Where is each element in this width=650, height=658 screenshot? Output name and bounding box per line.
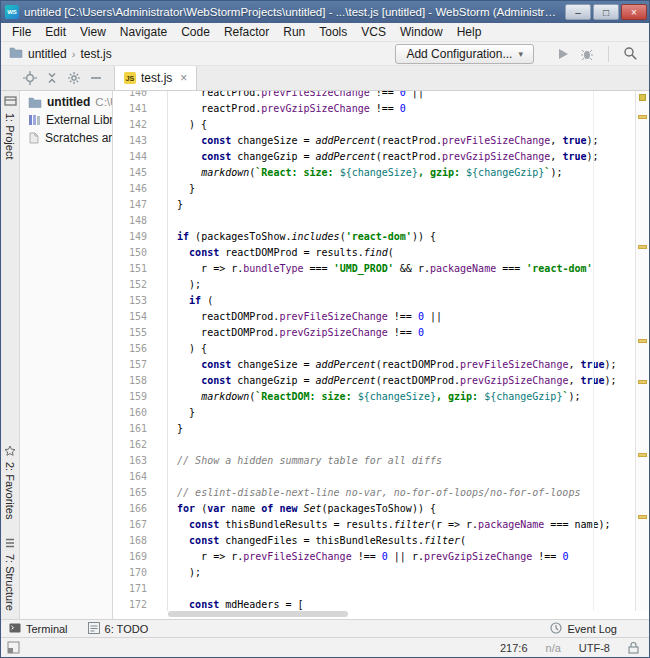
line-number[interactable]: 170 xyxy=(113,565,157,581)
error-stripe-mark[interactable] xyxy=(638,380,647,384)
code-text[interactable]: // Show a hidden summary table for all d… xyxy=(157,453,442,469)
code-text[interactable] xyxy=(157,213,165,229)
code-text[interactable]: // eslint-disable-next-line no-var, no-f… xyxy=(157,485,580,501)
editor-tab-testjs[interactable]: JS test.js × xyxy=(114,66,197,90)
line-number[interactable]: 147 xyxy=(113,197,157,213)
code-line[interactable]: 153 if ( xyxy=(113,293,635,309)
code-line[interactable]: 141 reactProd.prevGzipSizeChange !== 0 xyxy=(113,101,635,117)
code-text[interactable]: if (packagesToShow.includes('react-dom')… xyxy=(157,229,436,245)
line-number[interactable]: 140 xyxy=(113,91,157,101)
line-number[interactable]: 169 xyxy=(113,549,157,565)
code-line[interactable]: 143 const changeSize = addPercent(reactP… xyxy=(113,133,635,149)
toolwindow-button-1-project[interactable]: 1: Project xyxy=(4,95,17,159)
toolwindow-button-2-favorites[interactable]: 2: Favorites xyxy=(4,445,16,519)
code-text[interactable]: } xyxy=(157,405,195,421)
line-number[interactable]: 172 xyxy=(113,597,157,611)
line-number[interactable]: 149 xyxy=(113,229,157,245)
locate-file-icon[interactable] xyxy=(23,71,37,85)
code-text[interactable]: reactDOMProd.prevGzipSizeChange !== 0 xyxy=(157,325,424,341)
code-text[interactable]: r => r.bundleType === 'UMD_PROD' && r.pa… xyxy=(157,261,593,277)
code-line[interactable]: 168 const changedFiles = thisBundleResul… xyxy=(113,533,635,549)
line-number[interactable]: 145 xyxy=(113,165,157,181)
line-number[interactable]: 156 xyxy=(113,341,157,357)
menu-refactor[interactable]: Refactor xyxy=(217,24,276,40)
code-line[interactable]: 164 xyxy=(113,469,635,485)
line-number[interactable]: 161 xyxy=(113,421,157,437)
line-number[interactable]: 171 xyxy=(113,581,157,597)
error-stripe-mark[interactable] xyxy=(638,115,647,119)
code-line[interactable]: 158 const changeGzip = addPercent(reactD… xyxy=(113,373,635,389)
line-number[interactable]: 166 xyxy=(113,501,157,517)
code-text[interactable]: const mdHeaders = [ xyxy=(157,597,304,611)
inspection-indicator-icon[interactable] xyxy=(639,94,646,101)
horizontal-scrollbar[interactable] xyxy=(168,611,635,618)
settings-gear-icon[interactable] xyxy=(67,71,81,85)
error-stripe[interactable] xyxy=(635,91,649,611)
line-number[interactable]: 163 xyxy=(113,453,157,469)
line-number[interactable]: 165 xyxy=(113,485,157,501)
code-text[interactable]: markdown(`ReactDOM: size: ${changeSize},… xyxy=(157,389,581,405)
menu-window[interactable]: Window xyxy=(393,24,450,40)
line-number[interactable]: 143 xyxy=(113,133,157,149)
code-line[interactable]: 162 xyxy=(113,437,635,453)
code-line[interactable]: 142 ) { xyxy=(113,117,635,133)
code-area[interactable]: 140 reactProd.prevFileSizeChange !== 0 |… xyxy=(113,91,635,611)
line-number[interactable]: 153 xyxy=(113,293,157,309)
debug-icon[interactable] xyxy=(578,45,596,63)
menu-tools[interactable]: Tools xyxy=(312,24,354,40)
toolwindow-button-6-todo[interactable]: 6: TODO xyxy=(88,622,149,636)
code-text[interactable]: markdown(`React: size: ${changeSize}, gz… xyxy=(157,165,562,181)
code-text[interactable]: const changeGzip = addPercent(reactDOMPr… xyxy=(157,373,617,389)
title-bar[interactable]: WS untitled [C:\Users\Administrator\WebS… xyxy=(1,1,649,23)
menu-file[interactable]: File xyxy=(5,24,38,40)
hide-panel-icon[interactable] xyxy=(89,71,103,85)
code-line[interactable]: 156 ) { xyxy=(113,341,635,357)
code-text[interactable] xyxy=(157,469,165,485)
code-line[interactable]: 171 xyxy=(113,581,635,597)
code-text[interactable]: const changedFiles = thisBundleResults.f… xyxy=(157,533,466,549)
line-number[interactable]: 158 xyxy=(113,373,157,389)
code-line[interactable]: 163 // Show a hidden summary table for a… xyxy=(113,453,635,469)
line-number[interactable]: 151 xyxy=(113,261,157,277)
collapse-all-icon[interactable] xyxy=(45,71,59,85)
code-line[interactable]: 170 ); xyxy=(113,565,635,581)
line-number[interactable]: 155 xyxy=(113,325,157,341)
toolwindow-switcher-icon[interactable] xyxy=(7,641,20,654)
line-number[interactable]: 144 xyxy=(113,149,157,165)
code-text[interactable]: const thisBundleResults = results.filter… xyxy=(157,517,611,533)
code-line[interactable]: 166 for (var name of new Set(packagesToS… xyxy=(113,501,635,517)
code-text[interactable]: for (var name of new Set(packagesToShow)… xyxy=(157,501,436,517)
code-text[interactable]: } xyxy=(157,421,183,437)
line-number[interactable]: 150 xyxy=(113,245,157,261)
line-number[interactable]: 162 xyxy=(113,437,157,453)
code-line[interactable]: 172 const mdHeaders = [ xyxy=(113,597,635,611)
code-line[interactable]: 149 if (packagesToShow.includes('react-d… xyxy=(113,229,635,245)
code-line[interactable]: 146 } xyxy=(113,181,635,197)
code-text[interactable]: } xyxy=(157,181,195,197)
editor[interactable]: 140 reactProd.prevFileSizeChange !== 0 |… xyxy=(113,91,649,619)
breadcrumb-test-js[interactable]: test.js xyxy=(80,47,111,61)
code-text[interactable] xyxy=(157,581,165,597)
breadcrumb-untitled[interactable]: untitled xyxy=(28,47,67,61)
code-line[interactable]: 165 // eslint-disable-next-line no-var, … xyxy=(113,485,635,501)
menu-navigate[interactable]: Navigate xyxy=(113,24,174,40)
menu-vcs[interactable]: VCS xyxy=(354,24,393,40)
run-icon[interactable] xyxy=(554,45,572,63)
editor-viewport[interactable]: 140 reactProd.prevFileSizeChange !== 0 |… xyxy=(113,91,635,611)
menu-edit[interactable]: Edit xyxy=(38,24,73,40)
code-text[interactable]: ) { xyxy=(157,117,207,133)
code-text[interactable]: const reactDOMProd = results.find( xyxy=(157,245,394,261)
code-text[interactable]: const changeGzip = addPercent(reactProd.… xyxy=(157,149,599,165)
code-text[interactable]: ); xyxy=(157,277,201,293)
line-number[interactable]: 160 xyxy=(113,405,157,421)
code-text[interactable]: if ( xyxy=(157,293,213,309)
code-text[interactable]: const changeSize = addPercent(reactDOMPr… xyxy=(157,357,617,373)
code-line[interactable]: 151 r => r.bundleType === 'UMD_PROD' && … xyxy=(113,261,635,277)
minimize-button[interactable]: – xyxy=(565,4,591,20)
horizontal-scrollbar-thumb[interactable] xyxy=(168,611,348,617)
line-number[interactable]: 141 xyxy=(113,101,157,117)
code-text[interactable] xyxy=(157,437,165,453)
line-number[interactable]: 157 xyxy=(113,357,157,373)
code-line[interactable]: 144 const changeGzip = addPercent(reactP… xyxy=(113,149,635,165)
code-line[interactable]: 148 xyxy=(113,213,635,229)
